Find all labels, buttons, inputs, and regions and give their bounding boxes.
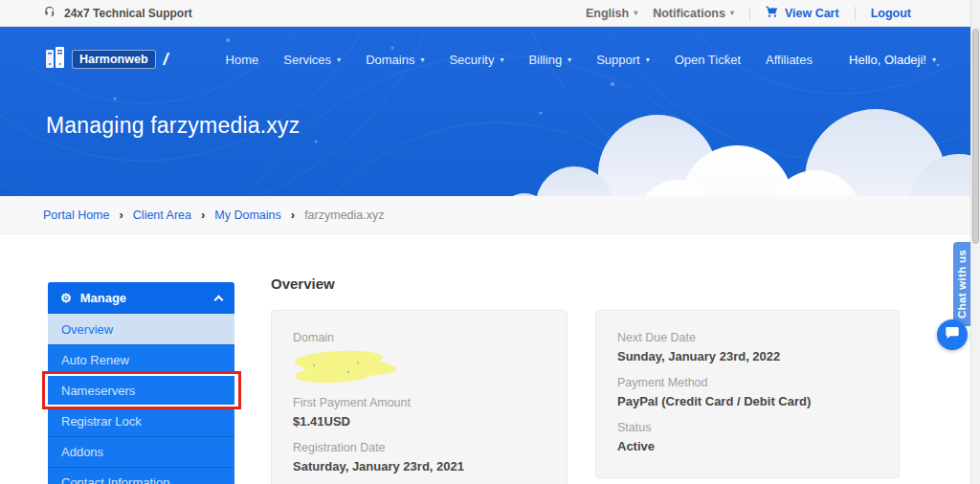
nav-domains[interactable]: Domains▾ [366, 53, 424, 67]
chevron-down-icon: ▾ [337, 55, 341, 64]
nav-open-ticket[interactable]: Open Ticket [675, 53, 741, 67]
chevron-down-icon: ▾ [568, 55, 571, 64]
headset-icon [43, 5, 56, 21]
nav-billing[interactable]: Billing▾ [528, 53, 571, 67]
sidebar-header-manage[interactable]: ⚙ Manage [48, 282, 234, 314]
manage-sidebar: ⚙ Manage Overview Auto Renew Nameservers… [48, 282, 234, 484]
divider [855, 7, 856, 20]
next-due-value: Sunday, January 23rd, 2022 [617, 349, 878, 363]
sidebar-item-overview[interactable]: Overview [48, 314, 234, 344]
sidebar-item-label: Auto Renew [61, 353, 129, 367]
language-label: English [586, 7, 629, 20]
overview-cards: Domain First Payment Amount $1.41USD Reg… [271, 310, 900, 484]
domain-field: Domain [293, 331, 546, 384]
billing-details-card: Next Due Date Sunday, January 23rd, 2022… [595, 310, 900, 478]
main-nav: Harmonweb / Home Services▾ Domains▾ Secu… [46, 47, 936, 72]
registration-date-label: Registration Date [293, 441, 546, 454]
sidebar-item-addons[interactable]: Addons [48, 436, 234, 467]
nav-label: Security [449, 53, 494, 67]
domain-details-card: Domain First Payment Amount $1.41USD Reg… [271, 310, 568, 484]
sidebar-item-label: Addons [61, 445, 103, 459]
brand-logo[interactable]: Harmonweb / [46, 47, 168, 72]
hero-banner: Harmonweb / Home Services▾ Domains▾ Secu… [0, 27, 970, 196]
view-cart-button[interactable]: View Cart [766, 5, 839, 21]
breadcrumb-portal-home[interactable]: Portal Home [43, 209, 109, 222]
chevron-down-icon: ▾ [634, 9, 637, 17]
chat-bubble-icon [945, 325, 960, 344]
nav-label: Support [596, 53, 640, 67]
language-dropdown[interactable]: English ▾ [586, 7, 637, 20]
nav-affiliates[interactable]: Affiliates [766, 53, 813, 67]
divider [749, 7, 750, 20]
first-payment-label: First Payment Amount [293, 396, 546, 409]
topbar-actions: English ▾ Notifications ▾ View Cart Logo… [586, 5, 911, 21]
chevron-up-icon [214, 295, 224, 304]
nav-support[interactable]: Support▾ [596, 53, 650, 67]
chevron-down-icon: ▾ [500, 55, 503, 64]
scrollbar-thumb[interactable] [972, 29, 979, 244]
section-title: Overview [271, 275, 900, 292]
notifications-label: Notifications [653, 7, 725, 20]
nav-links: Home Services▾ Domains▾ Security▾ Billin… [226, 53, 813, 67]
chevron-down-icon: ▾ [646, 55, 650, 64]
nav-label: Home [226, 53, 259, 67]
sidebar-item-label: Nameservers [61, 384, 135, 398]
chat-tab-label: Chat with us [956, 250, 968, 319]
first-payment-value: $1.41USD [293, 414, 546, 429]
status-field: Status Active [617, 421, 878, 453]
payment-method-field: Payment Method PayPal (Credit Card / Deb… [617, 376, 878, 408]
chevron-down-icon: ▾ [420, 55, 424, 64]
status-badge: Active [617, 439, 878, 453]
page-title: Managing farzymedia.xyz [46, 113, 300, 139]
nav-label: Open Ticket [675, 53, 741, 67]
breadcrumb: Portal Home › Client Area › My Domains ›… [0, 196, 970, 234]
chevron-right-icon: › [201, 208, 205, 222]
sidebar-item-label: Registrar Lock [61, 414, 142, 429]
nav-services[interactable]: Services▾ [283, 53, 341, 67]
sidebar-header-label: Manage [80, 291, 126, 305]
logout-button[interactable]: Logout [871, 7, 911, 20]
sidebar-item-auto-renew[interactable]: Auto Renew [48, 344, 234, 375]
greeting-label: Hello, Oladeji! [849, 53, 926, 67]
chevron-right-icon: › [119, 208, 122, 222]
sidebar-item-contact-information[interactable]: Contact Information [48, 467, 234, 484]
chat-with-us-tab[interactable]: Chat with us [953, 242, 970, 326]
nav-home[interactable]: Home [226, 53, 259, 67]
first-payment-field: First Payment Amount $1.41USD [293, 396, 546, 429]
breadcrumb-client-area[interactable]: Client Area [133, 209, 191, 222]
cart-icon [766, 5, 779, 21]
sidebar-item-registrar-lock[interactable]: Registrar Lock [48, 406, 234, 436]
logout-label: Logout [871, 7, 911, 20]
support-label: 24x7 Technical Support [64, 7, 192, 20]
breadcrumb-current: farzymedia.xyz [304, 209, 384, 222]
yellow-highlight-scribble [293, 349, 400, 384]
status-label: Status [617, 421, 878, 434]
sidebar-item-label: Contact Information [61, 475, 169, 484]
chevron-down-icon: ▾ [932, 55, 936, 64]
breadcrumb-my-domains[interactable]: My Domains [214, 209, 280, 222]
chat-bubble-button[interactable] [937, 319, 968, 350]
payment-method-label: Payment Method [617, 376, 878, 389]
main-content: Overview Domain First Payment Amount $1.… [271, 275, 900, 484]
payment-method-value: PayPal (Credit Card / Debit Card) [617, 394, 878, 408]
brand-name: Harmonweb [72, 50, 156, 69]
registration-date-value: Saturday, January 23rd, 2021 [293, 459, 546, 473]
next-due-field: Next Due Date Sunday, January 23rd, 2022 [617, 331, 878, 363]
gear-icon: ⚙ [60, 291, 72, 305]
vertical-scrollbar[interactable] [970, 0, 980, 484]
brand-slash: / [164, 50, 168, 70]
user-menu[interactable]: Hello, Oladeji! ▾ [849, 53, 936, 67]
chevron-down-icon: ▾ [730, 9, 734, 17]
view-cart-label: View Cart [785, 7, 839, 20]
nav-label: Billing [528, 53, 562, 67]
nav-label: Affiliates [766, 53, 813, 67]
top-utility-bar: 24x7 Technical Support English ▾ Notific… [0, 0, 970, 27]
server-icon [46, 47, 65, 72]
nav-security[interactable]: Security▾ [449, 53, 503, 67]
notifications-dropdown[interactable]: Notifications ▾ [653, 7, 734, 20]
nav-label: Services [283, 53, 331, 67]
domain-label: Domain [293, 331, 546, 344]
next-due-label: Next Due Date [617, 331, 878, 344]
support-info: 24x7 Technical Support [43, 5, 192, 21]
sidebar-item-nameservers[interactable]: Nameservers [48, 375, 234, 406]
